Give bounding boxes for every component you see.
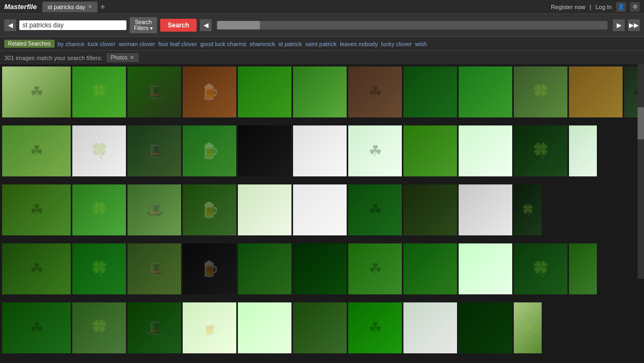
image-cell[interactable]: 🎩	[128, 302, 181, 353]
image-cell[interactable]	[238, 302, 291, 353]
related-link-10[interactable]: wish	[415, 41, 427, 47]
settings-icon[interactable]: ⚙	[630, 2, 640, 12]
image-cell[interactable]	[293, 184, 347, 235]
nav-right-end-button[interactable]: ▶	[613, 19, 625, 31]
related-link-0[interactable]: by chance	[58, 41, 85, 47]
image-cell[interactable]	[403, 184, 457, 235]
image-cell[interactable]	[403, 302, 457, 353]
image-cell[interactable]: 🍺	[183, 184, 236, 235]
related-link-6[interactable]: st patrick	[279, 41, 302, 47]
image-cell[interactable]	[238, 184, 291, 235]
image-cell[interactable]	[403, 243, 457, 294]
image-cell[interactable]: 🍀	[72, 66, 126, 117]
image-cell[interactable]	[238, 243, 291, 294]
image-cell[interactable]: 🎩	[128, 66, 181, 117]
related-link-9[interactable]: lucky clover	[381, 41, 411, 47]
related-link-5[interactable]: shamrock	[250, 41, 275, 47]
image-cell[interactable]	[293, 125, 347, 176]
scroll-thumb	[217, 21, 260, 29]
image-cell[interactable]: ☘	[348, 302, 402, 353]
image-cell[interactable]: 🍺	[183, 302, 236, 353]
image-cell[interactable]: ☘	[348, 184, 402, 235]
register-link[interactable]: Register now	[551, 4, 585, 10]
image-cell[interactable]	[403, 66, 457, 117]
image-cell[interactable]	[459, 302, 512, 353]
image-cell[interactable]	[569, 66, 623, 117]
image-cell[interactable]: 🎩	[128, 125, 181, 176]
header-right: Register now | Log In 👤 ⚙	[551, 2, 640, 12]
image-cell[interactable]	[238, 66, 291, 117]
nav-right-button[interactable]: ◀	[200, 19, 212, 31]
image-cell[interactable]: 🍺	[183, 243, 236, 294]
image-cell[interactable]: 🍀	[514, 302, 542, 353]
search-bar: ◀ SearchFilters ▾ Search ◀ ▶ ▶▶	[0, 14, 644, 37]
image-cell[interactable]	[459, 184, 512, 235]
image-cell[interactable]: 🎩	[128, 243, 181, 294]
image-row-3: ☘🍀🎩🍺☘🍀	[2, 184, 642, 235]
filter-badge-label: Photos	[111, 55, 128, 61]
image-cell[interactable]	[293, 302, 347, 353]
results-count: 301 images match your search filters:	[4, 55, 102, 61]
image-cell[interactable]: 🍀	[514, 125, 567, 176]
user-icon[interactable]: 👤	[616, 2, 626, 12]
image-row-1: ☘🍀🎩🍺☘🍀☘	[2, 66, 642, 117]
tab-label: st patricks day	[48, 4, 85, 10]
filter-badge-close-icon[interactable]: ✕	[130, 54, 134, 61]
image-cell[interactable]	[293, 243, 347, 294]
image-cell[interactable]	[459, 125, 512, 176]
image-row-4: ☘🍀🎩🍺☘🍀	[2, 243, 642, 294]
search-button[interactable]: Search	[160, 19, 197, 32]
scroll-bar-area[interactable]	[217, 21, 608, 29]
image-cell[interactable]: 🍀	[72, 125, 126, 176]
image-cell[interactable]: ☘	[2, 243, 71, 294]
search-filters-button[interactable]: SearchFilters ▾	[130, 17, 157, 33]
active-tab[interactable]: st patricks day ✕	[42, 2, 98, 12]
image-cell[interactable]	[403, 125, 457, 176]
scrollbar-thumb[interactable]	[638, 107, 644, 139]
image-cell[interactable]: 🍀	[72, 302, 126, 353]
app-logo: Masterfile	[4, 3, 37, 11]
image-cell[interactable]: ☘	[2, 302, 71, 353]
image-cell[interactable]: ☘	[2, 184, 71, 235]
image-cell[interactable]: ☘	[348, 125, 402, 176]
image-cell[interactable]	[569, 243, 597, 294]
image-cell[interactable]: 🍀	[514, 243, 567, 294]
image-cell[interactable]: 🍺	[183, 125, 236, 176]
login-link[interactable]: Log In	[595, 4, 612, 10]
related-link-4[interactable]: good luck charms	[200, 41, 246, 47]
image-cell[interactable]	[569, 125, 597, 176]
image-row-2: ☘🍀🎩🍺☘🍀	[2, 125, 642, 176]
related-link-8[interactable]: leaves nobody	[340, 41, 378, 47]
related-searches-bar: Related Searches by chance luck clover w…	[0, 37, 644, 51]
search-input-wrap	[19, 20, 126, 30]
related-searches-label[interactable]: Related Searches	[4, 40, 55, 48]
image-cell[interactable]	[459, 243, 512, 294]
image-cell[interactable]: ☘	[2, 125, 71, 176]
app-header: Masterfile st patricks day ✕ + Register …	[0, 0, 644, 14]
image-grid: ☘🍀🎩🍺☘🍀☘☘🍀🎩🍺☘🍀☘🍀🎩🍺☘🍀☘🍀🎩🍺☘🍀☘🍀🎩🍺☘🍀	[0, 64, 644, 362]
right-scrollbar[interactable]	[638, 64, 644, 279]
search-input[interactable]	[23, 21, 114, 29]
new-tab-button[interactable]: +	[98, 2, 108, 12]
nav-right-skip-button[interactable]: ▶▶	[628, 19, 640, 31]
separator: |	[590, 4, 591, 10]
image-cell[interactable]: ☘	[2, 66, 71, 117]
image-cell[interactable]	[459, 66, 512, 117]
related-link-2[interactable]: woman clover	[119, 41, 155, 47]
image-cell[interactable]: 🍺	[183, 66, 236, 117]
image-cell[interactable]	[293, 66, 347, 117]
tab-close-icon[interactable]: ✕	[88, 4, 92, 10]
nav-left-button[interactable]: ◀	[4, 19, 16, 31]
image-cell[interactable]	[238, 125, 291, 176]
image-cell[interactable]: ☘	[348, 243, 402, 294]
related-link-7[interactable]: saint patrick	[305, 41, 337, 47]
filter-badge-photos[interactable]: Photos ✕	[107, 53, 139, 62]
image-cell[interactable]: ☘	[348, 66, 402, 117]
image-cell[interactable]: 🍀	[72, 243, 126, 294]
image-cell[interactable]: 🍀	[514, 184, 542, 235]
image-cell[interactable]: 🎩	[128, 184, 181, 235]
related-link-3[interactable]: four leaf clover	[158, 41, 197, 47]
image-cell[interactable]: 🍀	[72, 184, 126, 235]
image-cell[interactable]: 🍀	[514, 66, 567, 117]
related-link-1[interactable]: luck clover	[88, 41, 116, 47]
